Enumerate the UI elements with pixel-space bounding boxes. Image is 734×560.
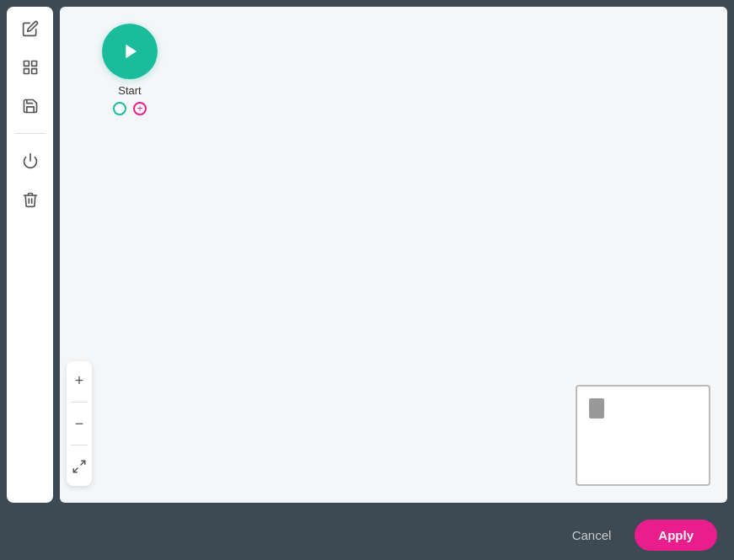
svg-marker-5	[126, 45, 137, 58]
connector-pink[interactable]: +	[133, 102, 147, 115]
canvas-area: Start + + −	[60, 7, 727, 503]
start-node-button[interactable]	[102, 24, 158, 79]
svg-rect-0	[24, 61, 29, 67]
svg-line-7	[73, 468, 78, 472]
svg-rect-2	[24, 69, 29, 74]
start-node: Start +	[102, 24, 158, 115]
svg-line-6	[81, 461, 85, 465]
layers-icon[interactable]	[19, 56, 42, 79]
connector-teal[interactable]	[113, 102, 126, 115]
zoom-in-button[interactable]: +	[67, 368, 92, 393]
zoom-divider	[71, 402, 88, 403]
sidebar-divider	[15, 133, 46, 134]
main-area: Start + + −	[0, 0, 734, 509]
svg-rect-1	[31, 61, 36, 67]
edit-icon[interactable]	[19, 17, 42, 40]
left-sidebar	[7, 7, 53, 503]
start-connectors: +	[113, 102, 147, 115]
mini-map-node	[589, 398, 604, 419]
power-icon[interactable]	[19, 149, 42, 173]
save-icon[interactable]	[19, 94, 42, 118]
zoom-out-button[interactable]: −	[67, 411, 92, 436]
zoom-divider-2	[71, 445, 88, 445]
sidebar-top	[15, 17, 46, 493]
apply-button[interactable]: Apply	[635, 520, 717, 551]
fit-screen-button[interactable]	[67, 454, 92, 479]
trash-icon[interactable]	[19, 188, 42, 211]
zoom-controls: + −	[67, 361, 92, 486]
bottom-bar: Cancel Apply	[0, 509, 734, 560]
cancel-button[interactable]: Cancel	[559, 521, 625, 549]
start-node-label: Start	[118, 84, 141, 97]
mini-map	[576, 385, 710, 486]
svg-rect-3	[31, 69, 36, 74]
